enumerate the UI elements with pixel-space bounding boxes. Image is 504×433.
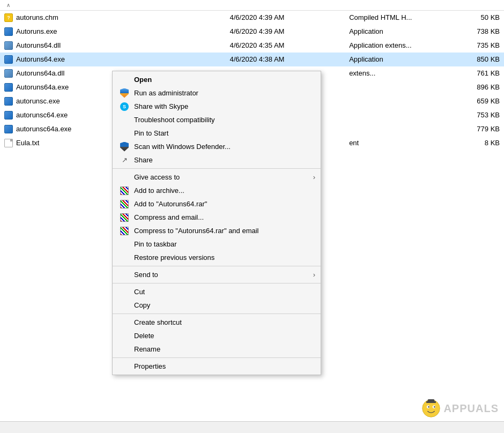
ctx-item-pin-start[interactable]: Pin to Start: [113, 126, 321, 140]
ctx-item-compress-email[interactable]: Compress and email...: [113, 211, 321, 224]
svg-point-4: [434, 406, 435, 408]
file-size-cell: 896 KB: [451, 80, 504, 94]
ctx-separator: [113, 266, 321, 266]
column-header-date[interactable]: [226, 0, 345, 11]
table-row[interactable]: Autoruns.exe 4/6/2020 4:39 AM Applicatio…: [0, 25, 504, 39]
ctx-item-label: Share: [134, 156, 153, 164]
ctx-item-rename[interactable]: Rename: [113, 342, 321, 356]
file-name-label: Autoruns64.exe: [16, 55, 65, 63]
ctx-separator: [113, 168, 321, 169]
ctx-item-create-shortcut[interactable]: Create shortcut: [113, 316, 321, 329]
file-name-label: Autoruns64a.exe: [16, 83, 69, 91]
file-date-cell: 4/6/2020 4:39 AM: [226, 25, 345, 39]
ctx-item-run-admin[interactable]: Run as administrator: [113, 86, 321, 100]
ctx-item-label: Compress and email...: [134, 213, 204, 221]
chm-icon: [4, 13, 13, 22]
file-name-label: Autoruns.exe: [16, 27, 57, 35]
table-row[interactable]: Autoruns64.dll 4/6/2020 4:35 AM Applicat…: [0, 39, 504, 53]
file-type-cell: extens...: [345, 66, 451, 80]
ctx-item-share-skype[interactable]: SShare with Skype: [113, 100, 321, 113]
ctx-item-label: Restore previous versions: [134, 253, 214, 262]
ctx-item-label: Cut: [134, 288, 145, 296]
dll-icon: [4, 41, 13, 50]
shield-icon: [119, 88, 130, 99]
file-size-cell: 8 KB: [451, 136, 504, 150]
watermark-text: APPUALS: [443, 402, 499, 415]
column-header-name[interactable]: ∧: [0, 0, 226, 11]
file-size-cell: 738 KB: [451, 25, 504, 39]
share-icon: ↗: [119, 155, 130, 166]
rar-icon: [119, 185, 130, 196]
file-name-cell: Autoruns.exe: [0, 25, 226, 39]
exe-icon: [4, 125, 13, 133]
file-name-label: autoruns.chm: [16, 13, 58, 21]
file-date-cell: 4/6/2020 4:38 AM: [226, 53, 345, 66]
ctx-item-label: Delete: [134, 332, 154, 340]
file-name-label: autorunsc.exe: [16, 97, 60, 105]
file-type-cell: [345, 122, 451, 136]
file-size-cell: 761 KB: [451, 66, 504, 80]
exe-icon: [4, 83, 13, 92]
ctx-item-label: Scan with Windows Defender...: [134, 143, 231, 151]
ctx-item-cut[interactable]: Cut: [113, 285, 321, 298]
ctx-item-open[interactable]: Open: [113, 73, 321, 86]
ctx-item-label: Copy: [134, 301, 150, 309]
appuals-logo-icon: [421, 399, 441, 418]
ctx-item-add-rar[interactable]: Add to "Autoruns64.rar": [113, 197, 321, 211]
ctx-item-compress-rar-email[interactable]: Compress to "Autoruns64.rar" and email: [113, 224, 321, 237]
sort-arrow-name: ∧: [6, 2, 10, 8]
ctx-item-label: Share with Skype: [134, 102, 188, 110]
ctx-item-restore-versions[interactable]: Restore previous versions: [113, 251, 321, 264]
file-type-cell: Application extens...: [345, 39, 451, 53]
file-date-cell: 4/6/2020 4:35 AM: [226, 39, 345, 53]
ctx-item-label: Create shortcut: [134, 318, 182, 326]
ctx-item-label: Pin to taskbar: [134, 240, 177, 248]
column-header-type[interactable]: [345, 0, 451, 11]
file-name-label: Autoruns64a.dll: [16, 69, 64, 77]
ctx-item-pin-taskbar[interactable]: Pin to taskbar: [113, 237, 321, 251]
file-explorer: ∧ autoruns.chm 4/6/2020 4:: [0, 0, 504, 433]
ctx-item-label: Give access to: [134, 173, 180, 181]
ctx-item-scan-defender[interactable]: Scan with Windows Defender...: [113, 140, 321, 153]
ctx-item-label: Add to "Autoruns64.rar": [134, 200, 207, 208]
file-size-cell: 50 KB: [451, 11, 504, 25]
ctx-item-send-to[interactable]: Send to›: [113, 268, 321, 281]
file-name-label: Autoruns64.dll: [16, 41, 61, 49]
ctx-item-share[interactable]: ↗Share: [113, 153, 321, 167]
ctx-item-troubleshoot[interactable]: Troubleshoot compatibility: [113, 113, 321, 126]
ctx-separator: [113, 313, 321, 314]
file-type-cell: [345, 108, 451, 122]
svg-rect-6: [428, 399, 435, 402]
file-name-label: autorunsc64a.exe: [16, 125, 71, 133]
exe-icon: [4, 97, 13, 106]
ctx-item-label: Open: [134, 76, 152, 84]
file-type-cell: ent: [345, 136, 451, 150]
file-type-cell: Application: [345, 25, 451, 39]
table-row[interactable]: autoruns.chm 4/6/2020 4:39 AM Compiled H…: [0, 11, 504, 25]
file-date-cell: 4/6/2020 4:39 AM: [226, 11, 345, 25]
ctx-item-give-access[interactable]: Give access to›: [113, 170, 321, 184]
exe-icon: [4, 27, 13, 36]
ctx-item-add-archive[interactable]: Add to archive...: [113, 184, 321, 197]
ctx-separator: [113, 357, 321, 358]
file-size-cell: 735 KB: [451, 39, 504, 53]
submenu-arrow-icon: ›: [313, 271, 315, 279]
column-header-size[interactable]: [451, 0, 504, 11]
file-type-cell: Compiled HTML H...: [345, 11, 451, 25]
ctx-item-label: Troubleshoot compatibility: [134, 116, 215, 124]
status-bar: [0, 421, 504, 433]
ctx-item-label: Compress to "Autoruns64.rar" and email: [134, 227, 259, 235]
svg-point-3: [428, 406, 430, 408]
skype-icon: S: [119, 101, 130, 112]
file-size-cell: 779 KB: [451, 122, 504, 136]
ctx-item-properties[interactable]: Properties: [113, 360, 321, 373]
rar-icon: [119, 212, 130, 223]
ctx-item-label: Pin to Start: [134, 129, 168, 137]
ctx-item-label: Properties: [134, 362, 166, 370]
ctx-item-delete[interactable]: Delete: [113, 329, 321, 342]
file-size-cell: 850 KB: [451, 53, 504, 66]
file-name-label: Eula.txt: [16, 139, 39, 147]
table-row[interactable]: Autoruns64.exe 4/6/2020 4:38 AM Applicat…: [0, 53, 504, 66]
ctx-item-label: Run as administrator: [134, 89, 198, 97]
ctx-item-copy[interactable]: Copy: [113, 298, 321, 312]
